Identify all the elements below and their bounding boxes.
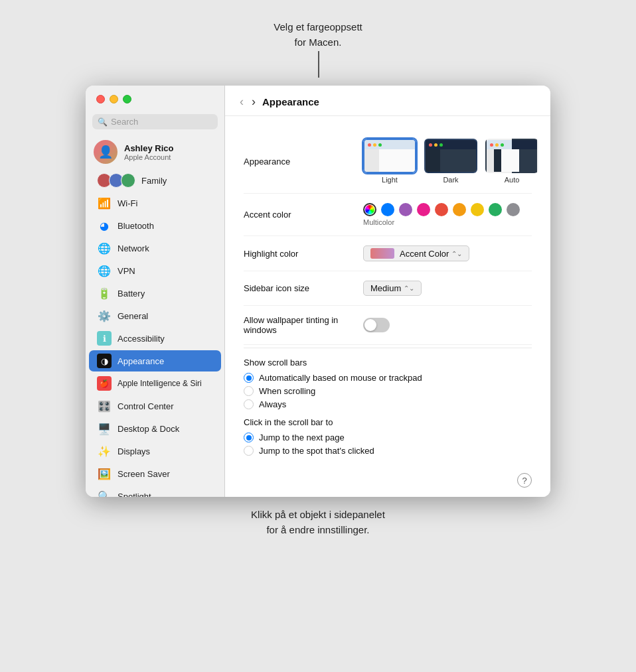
dot-g bbox=[378, 143, 382, 147]
accent-orange[interactable] bbox=[453, 203, 466, 216]
spotlight-label: Spotlight bbox=[118, 492, 151, 498]
screen-saver-label: Screen Saver bbox=[118, 469, 170, 479]
sidebar-item-accessibility[interactable]: ℹ Accessibility bbox=[89, 328, 221, 349]
sidebar-item-network[interactable]: 🌐 Network bbox=[89, 237, 221, 259]
sidebar-item-siri[interactable]: 🍎 Apple Intelligence & Siri bbox=[89, 373, 221, 394]
size-dropdown-arrow: ⌃⌄ bbox=[404, 285, 414, 292]
accent-color-group: Multicolor bbox=[363, 203, 520, 226]
highlight-color-dropdown[interactable]: Accent Color ⌃⌄ bbox=[363, 245, 469, 261]
sidebar-item-general[interactable]: ⚙️ General bbox=[89, 305, 221, 326]
help-button[interactable]: ? bbox=[517, 473, 532, 488]
show-scroll-bars-heading: Show scroll bars bbox=[244, 358, 532, 368]
page-title: Appearance bbox=[262, 96, 319, 107]
appearance-option-auto[interactable]: Auto bbox=[485, 139, 538, 184]
sidebar-item-battery[interactable]: 🔋 Battery bbox=[89, 283, 221, 304]
auto-main-l bbox=[501, 149, 519, 172]
accent-color-label: Accent color bbox=[244, 210, 363, 220]
sidebar-item-desktop-dock[interactable]: 🖥️ Desktop & Dock bbox=[89, 418, 221, 439]
general-label: General bbox=[118, 311, 148, 321]
auto-sidebar-d bbox=[494, 149, 501, 172]
bluetooth-label: Bluetooth bbox=[118, 221, 154, 231]
auto-thumb bbox=[485, 139, 538, 173]
dark-content bbox=[426, 149, 476, 172]
click-next-page-option[interactable]: Jump to the next page bbox=[244, 433, 532, 442]
sidebar-icon-size-dropdown[interactable]: Medium ⌃⌄ bbox=[363, 281, 422, 296]
accent-graphite[interactable] bbox=[507, 203, 520, 216]
highlight-color-label: Highlight color bbox=[244, 249, 363, 259]
back-button[interactable]: ‹ bbox=[238, 95, 245, 109]
scroll-auto-radio bbox=[244, 373, 254, 383]
highlight-dropdown-arrow: ⌃⌄ bbox=[451, 250, 462, 257]
dark-sidebar bbox=[426, 149, 440, 172]
scroll-always-option[interactable]: Always bbox=[244, 399, 532, 409]
scroll-auto-label: Automatically based on mouse or trackpad bbox=[259, 373, 422, 383]
accent-pink[interactable] bbox=[417, 203, 430, 216]
sidebar-item-control-center[interactable]: 🎛️ Control Center bbox=[89, 395, 221, 417]
minimize-button[interactable] bbox=[110, 95, 118, 103]
sidebar-item-vpn[interactable]: 🌐 VPN bbox=[89, 260, 221, 281]
sidebar-item-bluetooth[interactable]: ◕ Bluetooth bbox=[89, 215, 221, 236]
dot-r bbox=[368, 143, 371, 147]
dot-g-d bbox=[439, 143, 443, 147]
sidebar-item-screen-saver[interactable]: 🖼️ Screen Saver bbox=[89, 463, 221, 484]
light-content bbox=[364, 149, 415, 172]
appearance-option-light[interactable]: Light bbox=[363, 139, 416, 184]
dot-g-a bbox=[501, 143, 504, 147]
user-sub: Apple Account bbox=[124, 153, 173, 161]
forward-button[interactable]: › bbox=[250, 95, 257, 109]
wifi-label: Wi-Fi bbox=[118, 198, 137, 208]
click-scroll-heading: Click in the scroll bar to bbox=[244, 417, 532, 427]
scroll-when-scrolling-label: When scrolling bbox=[259, 386, 315, 396]
accent-yellow[interactable] bbox=[471, 203, 484, 216]
scroll-bars-radio-group: Automatically based on mouse or trackpad… bbox=[244, 373, 532, 409]
accent-blue[interactable] bbox=[381, 203, 394, 216]
content-area: Appearance bbox=[225, 116, 550, 497]
wallpaper-tinting-toggle[interactable] bbox=[363, 318, 390, 332]
light-thumb bbox=[363, 139, 416, 173]
battery-icon: 🔋 bbox=[97, 286, 112, 301]
screen-saver-icon: 🖼️ bbox=[97, 466, 112, 481]
user-profile[interactable]: 👤 Ashley Rico Apple Account bbox=[86, 136, 224, 169]
search-bar[interactable]: 🔍 Search bbox=[92, 114, 218, 129]
accent-color-row-dots bbox=[363, 203, 520, 216]
sidebar-item-spotlight[interactable]: 🔍 Spotlight bbox=[89, 486, 221, 497]
click-scroll-radio-group: Jump to the next page Jump to the spot t… bbox=[244, 433, 532, 456]
auto-content bbox=[487, 149, 537, 172]
sidebar-item-wifi[interactable]: 📶 Wi-Fi bbox=[89, 192, 221, 214]
sidebar-item-family[interactable]: Family bbox=[89, 170, 221, 191]
search-placeholder: Search bbox=[111, 117, 212, 127]
click-clicked-spot-label: Jump to the spot that's clicked bbox=[259, 446, 374, 456]
accent-red[interactable] bbox=[435, 203, 448, 216]
accessibility-label: Accessibility bbox=[118, 334, 165, 344]
highlight-swatch bbox=[370, 248, 394, 259]
control-center-label: Control Center bbox=[118, 401, 174, 411]
wallpaper-tinting-label: Allow wallpaper tinting in windows bbox=[244, 315, 363, 335]
scroll-auto-option[interactable]: Automatically based on mouse or trackpad bbox=[244, 373, 532, 383]
bluetooth-icon: ◕ bbox=[97, 218, 112, 233]
fullscreen-button[interactable] bbox=[123, 95, 131, 103]
dot-y-a bbox=[495, 143, 499, 147]
sidebar-item-displays[interactable]: ✨ Displays bbox=[89, 440, 221, 462]
click-next-page-label: Jump to the next page bbox=[259, 433, 345, 442]
accent-green[interactable] bbox=[489, 203, 502, 216]
appearance-option-dark[interactable]: Dark bbox=[424, 139, 477, 184]
dot-y-d bbox=[434, 143, 437, 147]
light-main bbox=[379, 149, 415, 172]
scroll-when-scrolling-option[interactable]: When scrolling bbox=[244, 386, 532, 396]
click-clicked-spot-option[interactable]: Jump to the spot that's clicked bbox=[244, 446, 532, 456]
accent-multicolor[interactable] bbox=[363, 203, 376, 216]
sidebar-item-appearance[interactable]: ◑ Appearance bbox=[89, 350, 221, 371]
wallpaper-tinting-row: Allow wallpaper tinting in windows bbox=[244, 306, 532, 345]
dot-y bbox=[373, 143, 376, 147]
appearance-label: Appearance bbox=[118, 356, 164, 366]
click-next-page-radio bbox=[244, 433, 254, 442]
accent-sub-label: Multicolor bbox=[363, 218, 520, 226]
wallpaper-tinting-control bbox=[363, 318, 532, 332]
auto-main-d bbox=[519, 149, 537, 172]
section-divider-1 bbox=[244, 348, 532, 348]
close-button[interactable] bbox=[96, 95, 105, 103]
sidebar-icon-size-row: Sidebar icon size Medium ⌃⌄ bbox=[244, 271, 532, 306]
click-clicked-spot-radio bbox=[244, 446, 254, 456]
displays-label: Displays bbox=[118, 446, 150, 456]
accent-purple[interactable] bbox=[399, 203, 412, 216]
